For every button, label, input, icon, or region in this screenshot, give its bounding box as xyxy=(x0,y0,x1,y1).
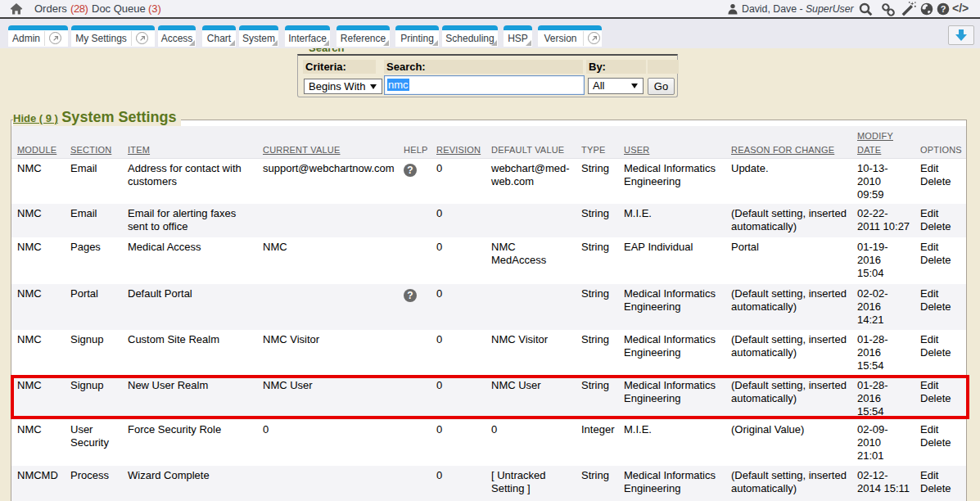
svg-text:?: ? xyxy=(941,4,946,14)
